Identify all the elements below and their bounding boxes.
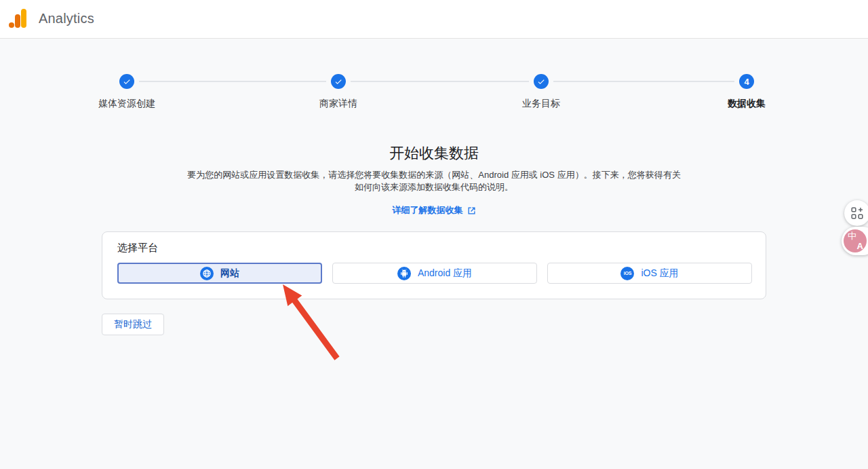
brand[interactable]: Analytics xyxy=(8,7,94,29)
logo-bar-tall xyxy=(21,9,26,28)
page-description: 要为您的网站或应用设置数据收集，请选择您将要收集数据的来源（网站、Android… xyxy=(0,169,868,193)
stepper-step-data-collection: 4 数据收集 xyxy=(679,74,814,110)
android-icon xyxy=(397,267,411,280)
page-title: 开始收集数据 xyxy=(0,143,868,164)
platform-card-label: 选择平台 xyxy=(117,242,158,255)
globe-icon xyxy=(200,267,214,280)
collect-grid-plus-icon xyxy=(851,207,863,219)
logo-dot xyxy=(9,22,14,28)
platform-label: Android 应用 xyxy=(418,267,472,280)
platform-row: 网站 Android 应用 iOS iOS 应用 xyxy=(117,263,752,284)
step-label: 数据收集 xyxy=(679,98,814,110)
skip-button[interactable]: 暂时跳过 xyxy=(102,314,164,335)
step-completed-circle xyxy=(534,74,549,89)
step-completed-circle xyxy=(119,74,134,89)
stepper-step-business-details: 商家详情 xyxy=(271,74,406,110)
stepper-step-property-creation: 媒体资源创建 xyxy=(59,74,195,110)
platform-button-android[interactable]: Android 应用 xyxy=(332,263,537,284)
step-completed-circle xyxy=(331,74,346,89)
app-header: Analytics ? xyxy=(0,0,868,39)
description-line: 如何向该来源添加数据收集代码的说明。 xyxy=(0,181,868,193)
brand-title: Analytics xyxy=(39,11,94,29)
step-number: 4 xyxy=(744,77,749,87)
platform-label: 网站 xyxy=(220,267,239,280)
learn-more-row: 详细了解数据收集 xyxy=(0,204,868,217)
learn-more-link[interactable]: 详细了解数据收集 xyxy=(393,204,476,217)
translate-glyph-a: A xyxy=(857,242,863,250)
analytics-logo-icon xyxy=(8,7,27,29)
description-line: 要为您的网站或应用设置数据收集，请选择您将要收集数据的来源（网站、Android… xyxy=(0,169,868,181)
step-label: 业务目标 xyxy=(473,98,609,110)
translate-icon: 中 A xyxy=(844,229,867,252)
stepper-step-business-objectives: 数据收集 业务目标 xyxy=(473,74,609,110)
translate-glyph-zh: 中 xyxy=(848,231,856,240)
check-icon xyxy=(536,77,546,86)
step-label: 商家详情 xyxy=(271,98,406,110)
check-icon xyxy=(334,77,343,86)
screen: Analytics ? 媒体资源创建 商家详情 数据收集 xyxy=(0,0,868,469)
logo-bar-mid xyxy=(15,14,20,28)
platform-card: 选择平台 网站 xyxy=(102,231,766,299)
step-active-circle: 4 xyxy=(739,74,754,89)
ios-badge-icon: iOS xyxy=(620,267,634,280)
step-label: 媒体资源创建 xyxy=(59,98,195,110)
external-link-icon xyxy=(467,206,476,215)
learn-more-label: 详细了解数据收集 xyxy=(393,204,463,217)
extension-translate-button[interactable]: 中 A xyxy=(842,227,868,255)
platform-label: iOS 应用 xyxy=(641,267,678,280)
platform-button-web[interactable]: 网站 xyxy=(117,263,322,284)
check-icon xyxy=(122,77,132,86)
platform-button-ios[interactable]: iOS iOS 应用 xyxy=(547,263,752,284)
extension-collect-button[interactable] xyxy=(844,200,868,226)
